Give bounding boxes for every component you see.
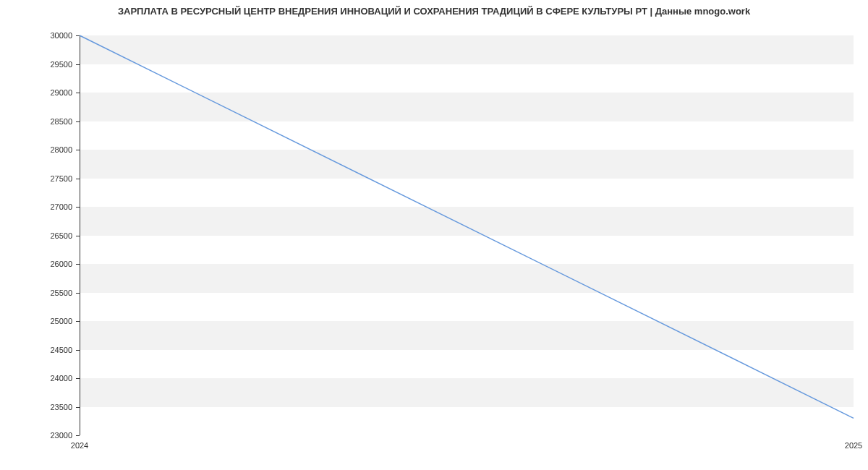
y-tick-label: 27000	[50, 202, 72, 211]
x-tick-label: 2024	[71, 441, 88, 450]
y-tick-label: 29000	[50, 88, 72, 97]
y-tick-label: 24500	[50, 346, 72, 354]
svg-line-0	[80, 35, 854, 418]
y-tick-label: 25500	[50, 289, 72, 297]
plot-area: 30000 29500 29000 28500 28000 27500 2700…	[80, 35, 854, 435]
y-tick-label: 26500	[50, 231, 72, 240]
y-tick-label: 28000	[50, 145, 72, 154]
data-line	[80, 35, 854, 435]
y-tick-label: 29500	[50, 60, 72, 69]
y-tick-label: 27500	[50, 174, 72, 183]
chart-title: ЗАРПЛАТА В РЕСУРСНЫЙ ЦЕНТР ВНЕДРЕНИЯ ИНН…	[0, 6, 868, 17]
y-tick-label: 24000	[50, 374, 72, 383]
y-tick-label: 25000	[50, 317, 72, 325]
x-tick-label: 2025	[845, 441, 862, 450]
y-tick	[76, 435, 80, 436]
y-tick-label: 26000	[50, 260, 72, 268]
y-tick-label: 28500	[50, 117, 72, 126]
y-tick-label: 23500	[50, 403, 72, 411]
y-tick-label: 30000	[50, 31, 72, 40]
y-tick-label: 23000	[50, 431, 72, 440]
